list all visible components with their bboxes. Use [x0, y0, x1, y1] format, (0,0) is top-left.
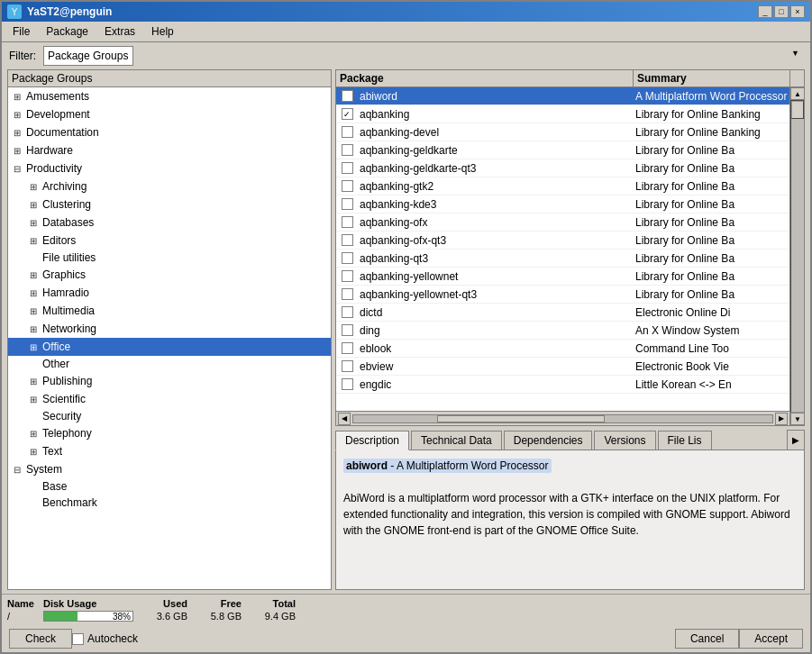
tree-expander-icon[interactable]: ⊞	[26, 233, 41, 248]
tree-item[interactable]: ⊞Clustering	[8, 195, 331, 213]
tree-expander-icon[interactable]: ⊞	[26, 197, 41, 212]
hscroll-thumb[interactable]	[437, 415, 605, 422]
tree-expander-icon[interactable]: ⊞	[10, 89, 24, 104]
tree-item[interactable]: ⊞Office	[8, 338, 331, 356]
tree-item[interactable]: ⊟System	[8, 460, 331, 478]
pkg-row[interactable]: aqbanking-kde3Library for Online Ba	[336, 195, 789, 213]
tree-item[interactable]: ⊞Amusements	[8, 87, 331, 105]
pkg-checkbox[interactable]	[342, 360, 353, 372]
tree-expander-icon[interactable]: ⊞	[26, 392, 41, 406]
tree-scroll[interactable]: ⊞Amusements⊞Development⊞Documentation⊞Ha…	[8, 87, 331, 589]
hscroll-right-arrow[interactable]: ▶	[775, 413, 788, 425]
tree-expander-icon[interactable]: ⊞	[26, 340, 41, 354]
pkg-checkbox[interactable]	[342, 162, 353, 174]
pkg-checkbox[interactable]	[342, 306, 353, 318]
pkg-checkbox[interactable]	[342, 288, 353, 300]
tree-item[interactable]: ⊟Productivity	[8, 159, 331, 177]
tree-item[interactable]: ⊞Development	[8, 105, 331, 123]
vscroll-track[interactable]	[790, 100, 804, 413]
pkg-checkbox[interactable]	[342, 252, 353, 264]
pkg-row[interactable]: aqbanking-develLibrary for Online Bankin…	[336, 123, 789, 141]
pkg-table-scroll[interactable]: abiwordA Multiplatform Word Processor✓aq…	[336, 87, 789, 411]
tree-item[interactable]: ⊞Networking	[8, 320, 331, 338]
tree-expander-icon[interactable]: ⊞	[26, 426, 41, 441]
tree-item[interactable]: ⊞Hardware	[8, 141, 331, 159]
tree-item[interactable]: Security	[8, 408, 331, 424]
minimize-button[interactable]: _	[758, 5, 772, 18]
tree-expander-icon[interactable]: ⊞	[26, 374, 41, 388]
tree-expander-icon[interactable]: ⊞	[26, 286, 41, 300]
menu-file[interactable]: File	[5, 23, 37, 40]
pkg-checkbox[interactable]	[342, 324, 353, 336]
pkg-row[interactable]: aqbanking-gtk2Library for Online Ba	[336, 177, 789, 195]
tree-item[interactable]: ⊞Graphics	[8, 266, 331, 284]
pkg-row[interactable]: aqbanking-geldkarte-qt3Library for Onlin…	[336, 159, 789, 177]
tree-expander-icon[interactable]: ⊞	[26, 215, 41, 230]
vertical-scrollbar[interactable]: ▲ ▼	[789, 87, 804, 425]
pkg-checkbox[interactable]	[342, 144, 353, 156]
tree-item[interactable]: Benchmark	[8, 495, 331, 511]
tree-item[interactable]: File utilities	[8, 250, 331, 266]
pkg-checkbox[interactable]	[342, 216, 353, 228]
more-tabs-button[interactable]: ▶	[787, 430, 805, 450]
menu-extras[interactable]: Extras	[97, 23, 142, 40]
hscroll-left-arrow[interactable]: ◀	[338, 413, 351, 425]
pkg-row[interactable]: ✓aqbankingLibrary for Online Banking	[336, 105, 789, 123]
pkg-row[interactable]: engdicLittle Korean <-> En	[336, 376, 789, 394]
desc-tab[interactable]: File Lis	[658, 431, 712, 450]
pkg-row[interactable]: abiwordA Multiplatform Word Processor	[336, 87, 789, 105]
tree-item[interactable]: ⊞Telephony	[8, 424, 331, 442]
tree-expander-icon[interactable]: ⊞	[26, 304, 41, 318]
tree-item[interactable]: ⊞Documentation	[8, 123, 331, 141]
tree-expander-icon[interactable]: ⊞	[26, 322, 41, 336]
tree-item[interactable]: ⊞Multimedia	[8, 302, 331, 320]
pkg-checkbox[interactable]	[342, 90, 353, 102]
tree-item[interactable]: ⊞Publishing	[8, 372, 331, 390]
pkg-row[interactable]: aqbanking-geldkarteLibrary for Online Ba	[336, 141, 789, 159]
cancel-button[interactable]: Cancel	[675, 629, 739, 649]
pkg-checkbox[interactable]: ✓	[342, 108, 353, 120]
pkg-checkbox[interactable]	[342, 234, 353, 246]
tree-expander-icon[interactable]: ⊞	[26, 444, 41, 459]
tree-expander-icon[interactable]: ⊞	[10, 143, 24, 158]
tree-item[interactable]: ⊞Scientific	[8, 390, 331, 408]
pkg-row[interactable]: aqbanking-yellownet-qt3Library for Onlin…	[336, 286, 789, 304]
pkg-row[interactable]: dictdElectronic Online Di	[336, 304, 789, 322]
tree-expander-icon[interactable]: ⊞	[10, 107, 24, 122]
horizontal-scrollbar[interactable]: ◀ ▶	[336, 411, 789, 425]
pkg-row[interactable]: aqbanking-ofxLibrary for Online Ba	[336, 213, 789, 232]
close-button[interactable]: ×	[790, 5, 805, 18]
tree-expander-icon[interactable]: ⊞	[26, 268, 41, 282]
tree-expander-icon[interactable]: ⊞	[26, 179, 41, 194]
menu-package[interactable]: Package	[39, 23, 96, 40]
check-button[interactable]: Check	[9, 629, 72, 649]
desc-tab[interactable]: Technical Data	[411, 431, 502, 450]
tree-item[interactable]: ⊞Hamradio	[8, 284, 331, 302]
pkg-row[interactable]: aqbanking-qt3Library for Online Ba	[336, 250, 789, 268]
vscroll-up-arrow[interactable]: ▲	[790, 87, 804, 100]
pkg-checkbox[interactable]	[342, 180, 353, 192]
accept-button[interactable]: Accept	[739, 629, 803, 649]
tree-item[interactable]: ⊞Archiving	[8, 177, 331, 195]
desc-tab[interactable]: Versions	[594, 431, 655, 450]
pkg-checkbox[interactable]	[342, 378, 353, 390]
pkg-checkbox[interactable]	[342, 342, 353, 354]
desc-tab[interactable]: Description	[335, 431, 409, 450]
tree-expander-icon[interactable]: ⊟	[10, 161, 24, 176]
pkg-checkbox[interactable]	[342, 126, 353, 138]
pkg-checkbox[interactable]	[342, 270, 353, 282]
pkg-row[interactable]: dingAn X Window System	[336, 322, 789, 340]
tree-item[interactable]: ⊞Editors	[8, 232, 331, 250]
pkg-row[interactable]: aqbanking-yellownetLibrary for Online Ba	[336, 268, 789, 286]
pkg-row[interactable]: ebviewElectronic Book Vie	[336, 358, 789, 376]
pkg-row[interactable]: eblookCommand Line Too	[336, 340, 789, 358]
tree-item[interactable]: Other	[8, 356, 331, 372]
autocheck-checkbox[interactable]	[72, 633, 84, 645]
tree-item[interactable]: ⊞Text	[8, 442, 331, 460]
vscroll-down-arrow[interactable]: ▼	[790, 413, 804, 425]
maximize-button[interactable]: □	[774, 5, 789, 18]
filter-select[interactable]: Package Groups Search Patterns Languages…	[43, 46, 133, 66]
pkg-checkbox[interactable]	[342, 198, 353, 210]
hscroll-track[interactable]	[352, 414, 773, 423]
tree-item[interactable]: Base	[8, 478, 331, 495]
